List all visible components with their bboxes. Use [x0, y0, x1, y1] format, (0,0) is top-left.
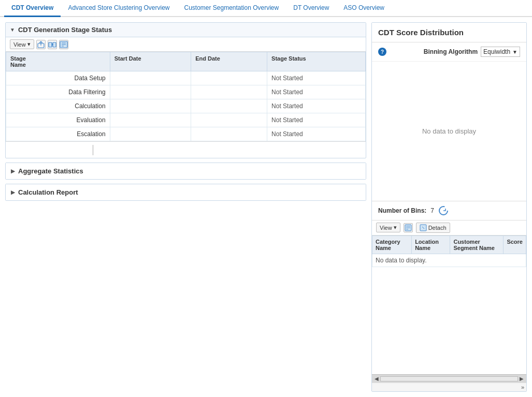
calculation-report-header[interactable]: ▶ Calculation Report: [6, 184, 366, 200]
start-date-cell: [110, 99, 191, 113]
scrollbar-area: ◀ ▶: [372, 374, 526, 383]
aggregate-statistics-title: Aggregate Statistics: [18, 167, 83, 175]
scrollbar-track[interactable]: [380, 376, 518, 381]
bottom-view-arrow: ▾: [394, 224, 397, 231]
stage-status-cell: Not Started: [267, 71, 366, 85]
col-end-date: End Date: [191, 52, 267, 71]
chart-no-data: No data to display: [422, 127, 476, 135]
view-label: View: [13, 41, 26, 48]
bottom-format-icon[interactable]: [404, 223, 413, 232]
start-date-cell: [110, 71, 191, 85]
start-date-cell: [110, 113, 191, 127]
nav-forward-arrows[interactable]: »: [521, 384, 524, 390]
end-date-cell: [191, 85, 267, 99]
stage-name-cell: Escalation: [6, 127, 110, 141]
help-icon[interactable]: ?: [378, 48, 386, 56]
stage-toolbar: View ▾: [6, 37, 366, 52]
col-category-name: Category Name: [372, 236, 412, 254]
chart-area: No data to display: [372, 62, 526, 201]
bins-label: Number of Bins:: [378, 207, 426, 214]
right-panel-title: CDT Score Distribution: [372, 23, 526, 42]
scroll-left-arrow[interactable]: ◀: [373, 376, 380, 381]
stage-name-cell: Calculation: [6, 99, 110, 113]
tab-aso-overview[interactable]: ASO Overview: [336, 0, 392, 17]
main-content: ▼ CDT Generation Stage Status View ▾: [0, 17, 532, 397]
nav-arrows: »: [372, 383, 526, 391]
bottom-no-data: No data to display.: [372, 254, 526, 267]
left-panel: ▼ CDT Generation Stage Status View ▾: [5, 22, 366, 392]
binning-algorithm-label: Binning Algorithm: [390, 48, 478, 55]
view-button[interactable]: View ▾: [10, 39, 34, 49]
start-date-cell: [110, 127, 191, 141]
expand-aggregate-icon: ▶: [11, 168, 15, 174]
aggregate-statistics-header[interactable]: ▶ Aggregate Statistics: [6, 163, 366, 179]
col-start-date: Start Date: [110, 52, 191, 71]
refresh-bins-button[interactable]: [438, 205, 449, 216]
start-date-cell: [110, 85, 191, 99]
stage-status-cell: Not Started: [267, 85, 366, 99]
stage-table: StageName Start Date End Date Stage Stat…: [6, 52, 366, 141]
stage-name-cell: Data Setup: [6, 71, 110, 85]
end-date-cell: [191, 113, 267, 127]
bins-value: 7: [430, 207, 434, 214]
binning-select-arrow: ▼: [512, 49, 517, 55]
binning-algorithm-value: Equiwidth: [483, 48, 510, 55]
bottom-table: Category Name Location Name Customer Seg…: [372, 236, 526, 267]
calculation-report-section: ▶ Calculation Report: [5, 184, 366, 201]
detach-button[interactable]: Detach: [416, 223, 450, 233]
calculation-report-title: Calculation Report: [18, 188, 78, 196]
end-date-cell: [191, 99, 267, 113]
aggregate-statistics-section: ▶ Aggregate Statistics: [5, 163, 366, 180]
export-icon[interactable]: [36, 40, 46, 49]
stage-table-container: StageName Start Date End Date Stage Stat…: [6, 52, 366, 141]
bottom-view-label: View: [380, 225, 392, 231]
detach-label: Detach: [428, 225, 447, 231]
bins-row: Number of Bins: 7: [372, 201, 526, 220]
binning-algorithm-select[interactable]: Equiwidth ▼: [481, 47, 520, 57]
stage-name-cell: Data Filtering: [6, 85, 110, 99]
end-date-cell: [191, 127, 267, 141]
col-stage-name: StageName: [6, 52, 110, 71]
bottom-toolbar: View ▾ Detach: [372, 220, 526, 236]
generation-stage-section: ▼ CDT Generation Stage Status View ▾: [5, 22, 366, 158]
expand-calculation-icon: ▶: [11, 189, 15, 195]
col-customer-segment-name: Customer Segment Name: [450, 236, 504, 254]
bottom-table-container: Category Name Location Name Customer Seg…: [372, 236, 526, 375]
stage-status-cell: Not Started: [267, 99, 366, 113]
table-row: Evaluation Not Started: [6, 113, 366, 127]
stage-status-cell: Not Started: [267, 127, 366, 141]
tab-dt-overview[interactable]: DT Overview: [286, 0, 336, 17]
svg-rect-3: [53, 42, 56, 47]
tab-cdt-overview[interactable]: CDT Overview: [4, 0, 61, 17]
end-date-cell: [191, 71, 267, 85]
svg-rect-2: [49, 42, 52, 47]
scroll-right-arrow[interactable]: ▶: [518, 376, 525, 381]
table-row: Data Setup Not Started: [6, 71, 366, 85]
import-icon[interactable]: [48, 40, 57, 49]
table-row: Calculation Not Started: [6, 99, 366, 113]
no-data-row: No data to display.: [372, 254, 526, 267]
tab-cust-seg[interactable]: Customer Segmentation Overview: [177, 0, 286, 17]
tab-adv-store[interactable]: Advanced Store Clustering Overview: [61, 0, 177, 17]
col-stage-status: Stage Status: [267, 52, 366, 71]
bottom-view-button[interactable]: View ▾: [376, 223, 400, 232]
generation-stage-title: CDT Generation Stage Status: [18, 26, 112, 34]
binning-row: ? Binning Algorithm Equiwidth ▼: [372, 42, 526, 62]
view-dropdown-arrow: ▾: [27, 41, 31, 48]
generation-stage-header: ▼ CDT Generation Stage Status: [6, 23, 366, 37]
stage-table-footer: [6, 141, 366, 158]
format-icon[interactable]: [59, 40, 68, 49]
col-location-name: Location Name: [412, 236, 450, 254]
collapse-icon[interactable]: ▼: [10, 27, 15, 33]
table-row: Data Filtering Not Started: [6, 85, 366, 99]
stage-name-cell: Evaluation: [6, 113, 110, 127]
footer-divider: [93, 145, 93, 155]
table-row: Escalation Not Started: [6, 127, 366, 141]
tab-bar: CDT Overview Advanced Store Clustering O…: [0, 0, 532, 17]
right-panel: CDT Score Distribution ? Binning Algorit…: [371, 22, 527, 392]
app-container: CDT Overview Advanced Store Clustering O…: [0, 0, 532, 397]
col-score: Score: [504, 236, 526, 254]
stage-status-cell: Not Started: [267, 113, 366, 127]
